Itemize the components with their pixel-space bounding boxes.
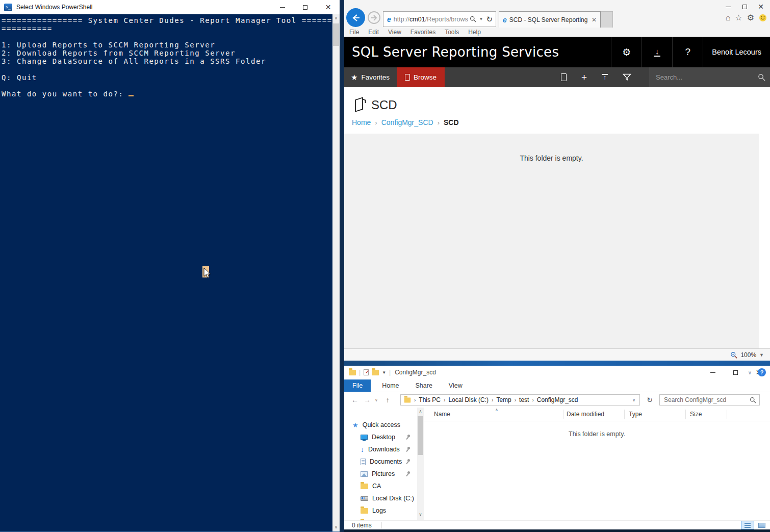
ribbon-tab-view[interactable]: View: [441, 379, 471, 392]
sidebar-item-logs[interactable]: Logs: [344, 504, 417, 517]
qat-dropdown-icon[interactable]: ▼: [382, 370, 386, 375]
up-arrow-icon[interactable]: ↑: [386, 396, 390, 404]
address-crumb[interactable]: Local Disk (C:): [448, 396, 489, 403]
address-bar[interactable]: e http://cm01/Reports/brows ▼ ↻: [383, 11, 496, 27]
console-line: ==========: [2, 24, 331, 33]
settings-gear-icon[interactable]: ⚙: [747, 13, 754, 22]
ssrs-download-button[interactable]: ↓: [641, 37, 672, 67]
sidebar-item-partial[interactable]: [344, 517, 417, 520]
favorites-star-icon[interactable]: ☆: [735, 13, 742, 22]
search-icon[interactable]: [470, 16, 476, 22]
minimize-button[interactable]: [720, 1, 736, 12]
column-header-size[interactable]: Size: [690, 411, 702, 418]
upload-icon[interactable]: ↑: [602, 74, 608, 81]
thumbnails-view-button[interactable]: [755, 521, 768, 529]
search-icon: [758, 73, 765, 81]
ribbon-expand-icon[interactable]: ∨: [748, 370, 752, 375]
chevron-right-icon: ›: [532, 397, 533, 403]
ribbon-tab-home[interactable]: Home: [374, 379, 407, 392]
explorer-help-icon[interactable]: ?: [758, 368, 766, 376]
scrollbar-thumb[interactable]: [333, 23, 339, 46]
forward-arrow-icon[interactable]: →: [364, 396, 371, 404]
maximize-button[interactable]: [724, 366, 747, 379]
back-arrow-icon[interactable]: ←: [351, 396, 358, 404]
menu-item-help[interactable]: Help: [468, 29, 481, 36]
menu-item-view[interactable]: View: [388, 29, 401, 36]
maximize-button[interactable]: [294, 0, 317, 14]
breadcrumb-configmgr_scd[interactable]: ConfigMgr_SCD: [381, 118, 433, 126]
powershell-console[interactable]: ================ System Center Dudes - R…: [0, 14, 340, 531]
scroll-down-icon[interactable]: ∨: [332, 523, 340, 531]
user-menu[interactable]: Benoit Lecours: [703, 37, 770, 67]
address-crumb[interactable]: ConfigMgr_scd: [537, 396, 578, 403]
filter-icon[interactable]: [623, 73, 631, 81]
column-header-date-modified[interactable]: Date modified: [567, 411, 604, 418]
ssrs-search-box[interactable]: [649, 67, 770, 87]
minimize-button[interactable]: [701, 366, 724, 379]
chevron-right-icon: ›: [414, 397, 416, 403]
address-crumb[interactable]: This PC: [419, 396, 441, 403]
column-separator[interactable]: [727, 410, 727, 419]
tiles-view-icon[interactable]: [561, 73, 567, 81]
sidebar-item-quick-access[interactable]: Quick access: [344, 419, 417, 431]
ribbon-tab-file[interactable]: File: [344, 379, 371, 392]
sidebar-item-desktop[interactable]: Desktop: [344, 431, 417, 443]
menu-item-edit[interactable]: Edit: [368, 29, 379, 36]
ssrs-favorites-tab[interactable]: ★ Favorites: [351, 67, 390, 87]
breadcrumb-home[interactable]: Home: [352, 118, 371, 126]
scrollbar-thumb[interactable]: [418, 416, 423, 455]
tab-close-icon[interactable]: ✕: [588, 16, 600, 23]
folder-icon: [361, 484, 368, 489]
address-breadcrumb-box[interactable]: ›This PC›Local Disk (C:)›Temp›test›Confi…: [400, 394, 640, 406]
zoom-control[interactable]: 100% ▼: [730, 349, 764, 361]
forward-button[interactable]: [368, 11, 380, 24]
home-icon[interactable]: ⌂: [726, 13, 731, 22]
ribbon-tab-share[interactable]: Share: [407, 379, 441, 392]
close-button[interactable]: ✕: [317, 0, 340, 14]
new-folder-icon[interactable]: [372, 370, 379, 375]
minimize-button[interactable]: [271, 0, 294, 14]
powershell-scrollbar[interactable]: ∧ ∨: [332, 14, 340, 531]
menu-item-tools[interactable]: Tools: [445, 29, 459, 36]
explorer-search-input[interactable]: [660, 396, 741, 403]
maximize-button[interactable]: [736, 1, 753, 12]
ssrs-browse-tab[interactable]: Browse: [397, 67, 445, 87]
refresh-icon[interactable]: ↻: [644, 394, 655, 406]
column-separator[interactable]: [685, 410, 686, 419]
properties-icon[interactable]: [364, 369, 369, 375]
sidebar-item-downloads[interactable]: Downloads: [344, 443, 417, 455]
sidebar-item-ca[interactable]: CA: [344, 480, 417, 492]
column-header-type[interactable]: Type: [629, 411, 642, 418]
refresh-icon[interactable]: ↻: [486, 15, 493, 24]
column-header-name[interactable]: Name: [434, 411, 450, 418]
scroll-up-icon[interactable]: ∧: [332, 14, 340, 22]
feedback-smiley-icon[interactable]: [759, 14, 767, 22]
pin-icon: [406, 447, 411, 452]
address-crumb[interactable]: test: [519, 396, 529, 403]
zoom-dropdown-icon[interactable]: ▼: [759, 352, 764, 358]
ssrs-search-input[interactable]: [649, 73, 741, 81]
menu-item-file[interactable]: File: [349, 29, 359, 36]
scroll-up-icon[interactable]: ∧: [417, 408, 424, 415]
sidebar-item-local-disk-c-[interactable]: Local Disk (C:): [344, 492, 417, 504]
address-crumb[interactable]: Temp: [496, 396, 511, 403]
scroll-down-icon[interactable]: ∨: [417, 511, 424, 518]
history-dropdown-icon[interactable]: ∨: [375, 398, 378, 402]
browser-tab[interactable]: e SCD - SQL Server Reporting... ✕: [499, 11, 601, 28]
ssrs-settings-button[interactable]: ⚙: [611, 37, 641, 67]
address-dropdown-icon[interactable]: ▼: [479, 17, 483, 21]
explorer-search-box[interactable]: [659, 394, 760, 406]
ssrs-help-button[interactable]: ?: [672, 37, 703, 67]
column-separator[interactable]: [624, 410, 625, 419]
details-view-button[interactable]: [741, 521, 754, 529]
new-tab-button[interactable]: [601, 11, 613, 28]
new-item-icon[interactable]: +: [581, 73, 587, 82]
close-button[interactable]: ✕: [753, 1, 769, 12]
sidebar-item-documents[interactable]: Documents: [344, 455, 417, 468]
sidebar-item-pictures[interactable]: Pictures: [344, 468, 417, 480]
address-dropdown-icon[interactable]: ∨: [632, 398, 635, 402]
back-button[interactable]: [346, 8, 365, 27]
menu-item-favorites[interactable]: Favorites: [410, 29, 435, 36]
sidebar-scrollbar[interactable]: ∧ ∨: [417, 408, 424, 520]
column-separator[interactable]: [563, 410, 563, 419]
